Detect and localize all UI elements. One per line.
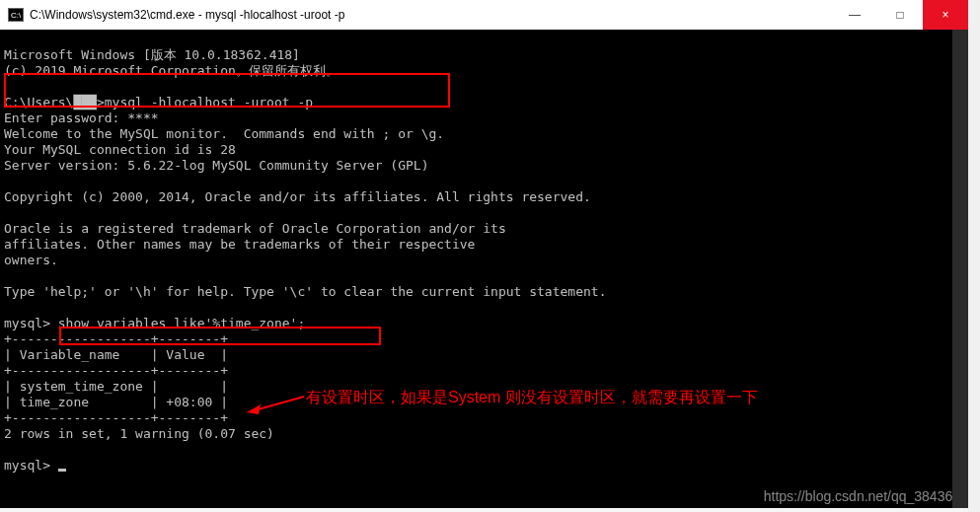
annotation-arrow-icon (247, 393, 306, 416)
terminal-line: Oracle is a registered trademark of Orac… (4, 221, 506, 236)
terminal-area[interactable]: Microsoft Windows [版本 10.0.18362.418] (c… (0, 30, 968, 508)
terminal-line: Enter password: **** (4, 110, 159, 125)
annotation-text: 有设置时区，如果是System 则没有设置时区，就需要再设置一下 (306, 388, 758, 408)
cursor (58, 469, 66, 472)
table-row: | system_time_zone | | (4, 379, 228, 394)
terminal-line: mysql> show variables like'%time_zone'; (4, 316, 305, 330)
table-border: +------------------+--------+ (4, 331, 228, 346)
terminal-line: Type 'help;' or '\h' for help. Type '\c'… (4, 284, 606, 299)
cmd-icon: C:\ (8, 8, 24, 22)
terminal-line: Microsoft Windows [版本 10.0.18362.418] (4, 47, 300, 62)
caption-buttons: — □ × (832, 0, 968, 30)
maximize-button[interactable]: □ (877, 0, 923, 30)
terminal-line: mysql> (4, 458, 66, 473)
table-border: +------------------+--------+ (4, 363, 228, 378)
cmd-window: C:\ C:\Windows\system32\cmd.exe - mysql … (0, 0, 968, 508)
window-title: C:\Windows\system32\cmd.exe - mysql -hlo… (30, 8, 832, 22)
svg-line-0 (255, 397, 304, 410)
terminal-line: (c) 2019 Microsoft Corporation。保留所有权利。 (4, 63, 339, 78)
page-edge-artifact (968, 0, 980, 512)
table-border: +------------------+--------+ (4, 410, 228, 425)
titlebar[interactable]: C:\ C:\Windows\system32\cmd.exe - mysql … (0, 0, 968, 30)
svg-marker-1 (247, 404, 261, 414)
terminal-line: Copyright (c) 2000, 2014, Oracle and/or … (4, 189, 591, 204)
table-row: | time_zone | +08:00 | (4, 395, 228, 409)
terminal-line: C:\Users\███>mysql -hlocalhost -uroot -p (4, 95, 313, 110)
terminal-line: Server version: 5.6.22-log MySQL Communi… (4, 158, 428, 173)
mysql-prompt: mysql> (4, 458, 58, 473)
watermark: https://blog.csdn.net/qq_384362 (764, 488, 960, 504)
vertical-scrollbar[interactable] (952, 30, 968, 508)
close-button[interactable]: × (923, 0, 968, 30)
terminal-line: owners. (4, 253, 58, 267)
terminal-line: Your MySQL connection id is 28 (4, 142, 236, 157)
table-header: | Variable_name | Value | (4, 347, 228, 362)
terminal-line: Welcome to the MySQL monitor. Commands e… (4, 126, 444, 141)
minimize-button[interactable]: — (832, 0, 877, 30)
terminal-line: 2 rows in set, 1 warning (0.07 sec) (4, 426, 274, 441)
terminal-line: affiliates. Other names may be trademark… (4, 237, 475, 252)
